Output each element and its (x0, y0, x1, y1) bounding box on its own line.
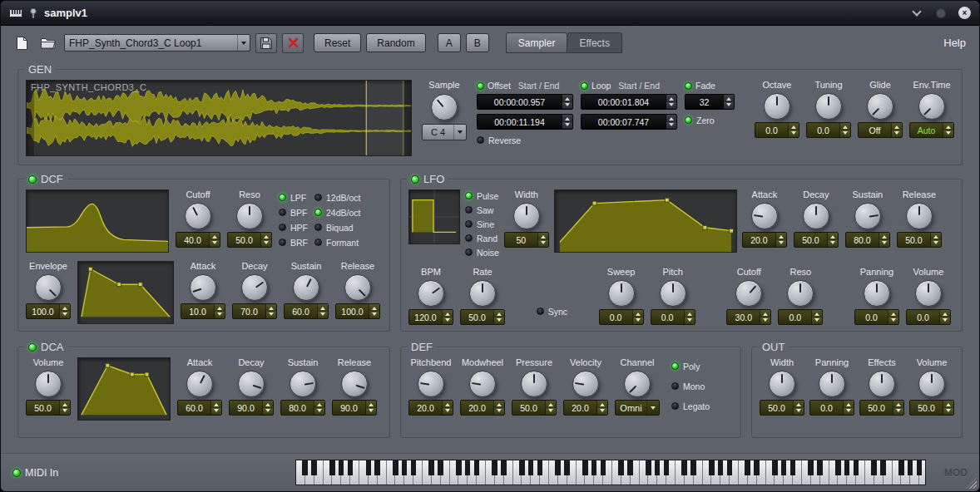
sample-waveform-display[interactable]: FHP_SYNTH_CHORD3_C (26, 80, 412, 156)
decay-spinbox[interactable]: 70.0 (232, 303, 277, 319)
randomize-button[interactable]: Random (366, 33, 425, 52)
reso-knob[interactable] (236, 203, 263, 229)
radio-sine[interactable]: Sine (465, 218, 499, 230)
spin-arrows[interactable] (369, 304, 379, 318)
spin-up-icon[interactable] (60, 401, 70, 408)
dcf-led-icon[interactable] (28, 175, 37, 184)
radio-noise[interactable]: Noise (465, 246, 499, 258)
spin-arrows[interactable] (943, 401, 953, 415)
velocity-spinbox[interactable]: 20.0 (563, 400, 608, 416)
sustain-knob[interactable] (290, 371, 316, 397)
radio-biquad[interactable]: Biquad (314, 221, 360, 234)
spin-arrows[interactable] (262, 401, 273, 415)
radio-24db-oct[interactable]: 24dB/oct (314, 206, 360, 219)
maximize-window-icon[interactable] (934, 7, 948, 20)
radio-pulse[interactable]: Pulse (465, 189, 499, 202)
width-spinbox[interactable]: 50 (504, 232, 549, 248)
loop-end-field[interactable]: 00:00:07.747 (581, 114, 677, 130)
spin-down-icon[interactable] (263, 408, 273, 416)
spin-up-icon[interactable] (597, 401, 607, 408)
radio-poly[interactable]: Poly (671, 360, 710, 372)
spin-down-icon[interactable] (314, 408, 324, 416)
spin-down-icon[interactable] (666, 122, 676, 130)
spin-down-icon[interactable] (943, 408, 953, 416)
spin-down-icon[interactable] (546, 408, 556, 416)
env-time-knob[interactable] (918, 93, 945, 120)
width-knob[interactable] (769, 371, 795, 397)
spin-up-icon[interactable] (943, 401, 953, 408)
spin-arrows[interactable] (930, 233, 941, 247)
rate-knob[interactable] (469, 280, 496, 307)
spin-arrows[interactable] (59, 401, 70, 415)
spin-arrows[interactable] (879, 233, 889, 247)
attack-knob[interactable] (186, 371, 213, 397)
spin-down-icon[interactable] (888, 317, 898, 325)
spin-arrows[interactable] (59, 304, 70, 318)
spin-up-icon[interactable] (931, 233, 941, 240)
effects-spinbox[interactable]: 50.0 (859, 400, 904, 416)
sweep-spinbox[interactable]: 0.0 (599, 309, 644, 325)
fade-field[interactable]: 32 (685, 94, 735, 110)
spin-up-icon[interactable] (318, 304, 328, 312)
spin-up-icon[interactable] (940, 310, 950, 317)
volume-spinbox[interactable]: 0.0 (906, 309, 951, 325)
filter-response-display[interactable] (26, 189, 169, 253)
spin-arrows[interactable] (943, 123, 953, 137)
spin-up-icon[interactable] (893, 401, 903, 408)
spin-up-icon[interactable] (789, 123, 799, 130)
titlebar[interactable]: samplv1 × (1, 1, 979, 26)
modwheel-spinbox[interactable]: 20.0 (460, 400, 505, 416)
cutoff-spinbox[interactable]: 40.0 (176, 232, 220, 248)
spin-up-icon[interactable] (494, 310, 504, 317)
spin-arrows[interactable] (210, 401, 221, 415)
spin-arrows[interactable] (788, 123, 799, 137)
spin-up-icon[interactable] (666, 95, 676, 102)
spin-arrows[interactable] (811, 310, 822, 324)
spin-up-icon[interactable] (443, 310, 453, 317)
decay-spinbox[interactable]: 50.0 (794, 232, 839, 248)
volume-spinbox[interactable]: 50.0 (909, 400, 954, 416)
spin-arrows[interactable] (562, 115, 572, 129)
spin-down-icon[interactable] (60, 312, 70, 319)
panning-spinbox[interactable]: 0.0 (809, 400, 854, 416)
spin-up-icon[interactable] (879, 233, 889, 240)
spin-down-icon[interactable] (893, 408, 903, 416)
release-knob[interactable] (906, 203, 933, 229)
spin-up-icon[interactable] (266, 304, 276, 312)
width-spinbox[interactable]: 50.0 (760, 400, 804, 416)
spin-up-icon[interactable] (943, 123, 953, 130)
preset-combo[interactable]: FHP_Synth_Chord3_C Loop1 (64, 34, 250, 52)
spin-up-icon[interactable] (666, 115, 676, 122)
new-preset-button[interactable] (11, 33, 32, 53)
spin-down-icon[interactable] (562, 122, 572, 130)
panning-knob[interactable] (819, 371, 845, 397)
open-preset-button[interactable] (37, 33, 59, 53)
panning-knob[interactable] (864, 280, 890, 307)
spin-up-icon[interactable] (210, 233, 220, 240)
spin-down-icon[interactable] (366, 408, 376, 416)
spin-up-icon[interactable] (562, 115, 572, 122)
spin-up-icon[interactable] (685, 310, 695, 317)
spin-down-icon[interactable] (443, 408, 453, 416)
sync-checkbox[interactable]: Sync (537, 305, 567, 317)
decay-spinbox[interactable]: 90.0 (229, 400, 274, 416)
envelope-knob[interactable] (35, 274, 62, 301)
spin-arrows[interactable] (545, 401, 556, 415)
spin-arrows[interactable] (723, 95, 734, 109)
pressure-spinbox[interactable]: 50.0 (512, 400, 557, 416)
sample-note-combo[interactable]: C 4 (422, 124, 467, 140)
spin-down-icon[interactable] (562, 102, 572, 110)
spin-down-icon[interactable] (494, 317, 504, 325)
spin-arrows[interactable] (537, 233, 548, 247)
spin-up-icon[interactable] (369, 304, 379, 312)
spin-up-icon[interactable] (211, 401, 221, 408)
spin-arrows[interactable] (632, 310, 643, 324)
spin-up-icon[interactable] (494, 401, 504, 408)
spin-arrows[interactable] (365, 401, 376, 415)
attack-spinbox[interactable]: 20.0 (742, 232, 787, 248)
spin-up-icon[interactable] (314, 401, 324, 408)
dca-led-icon[interactable] (28, 343, 37, 352)
spin-up-icon[interactable] (888, 310, 898, 317)
reso-spinbox[interactable]: 50.0 (227, 232, 272, 248)
spin-arrows[interactable] (596, 401, 607, 415)
